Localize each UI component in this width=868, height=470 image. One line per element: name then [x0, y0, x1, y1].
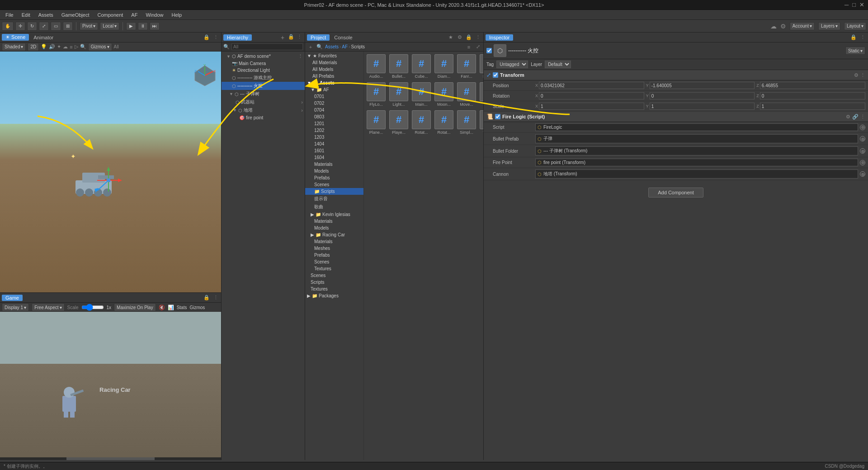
asset-rotat1[interactable]: Rotat... — [411, 109, 432, 136]
af-tishi-folder[interactable]: 提示音 — [305, 195, 363, 203]
folder-1203[interactable]: 1203 — [305, 134, 363, 141]
tool-move[interactable]: ✛ — [15, 22, 25, 31]
packages-folder[interactable]: ▶ 📁 Packages — [305, 292, 363, 299]
hierarchy-more-icon[interactable]: ⋮ — [296, 33, 303, 41]
asset-cube[interactable]: Cube... — [411, 53, 432, 80]
animator-tab[interactable]: Animator — [30, 34, 57, 41]
scene-search-icon[interactable]: 🔍 — [80, 44, 86, 50]
stats-icon[interactable]: 📊 — [168, 305, 174, 310]
af-models-folder[interactable]: Models — [305, 168, 363, 174]
tool-rect[interactable]: ▭ — [51, 22, 61, 31]
hierarchy-search-input[interactable] — [231, 43, 303, 50]
folder-1601[interactable]: 1601 — [305, 147, 363, 154]
asset-audio[interactable]: Audio... — [366, 53, 387, 80]
console-tab[interactable]: Console — [330, 34, 356, 41]
game-tab[interactable]: Game — [2, 295, 23, 301]
project-add-icon[interactable]: + — [307, 43, 314, 51]
game-more-icon[interactable]: ⋮ — [212, 294, 219, 301]
scene-more-icon[interactable]: ⋮ — [212, 34, 219, 41]
folder-1604[interactable]: 1604 — [305, 154, 363, 161]
asset-train[interactable]: Train... — [479, 109, 483, 136]
menu-window[interactable]: Window — [142, 11, 167, 19]
scene-tab[interactable]: ☀ Scene — [2, 34, 29, 41]
asset-move[interactable]: Move... — [456, 81, 477, 108]
shading-dropdown[interactable]: Shaded▾ — [2, 43, 26, 51]
all-models-item[interactable]: All Models — [305, 66, 363, 73]
rotation-z[interactable] — [760, 92, 865, 99]
rotation-x[interactable] — [539, 92, 644, 99]
scale-x[interactable] — [539, 103, 644, 110]
menu-assets[interactable]: Assets — [35, 11, 57, 19]
af-scripts-folder[interactable]: 📁 Scripts — [305, 188, 363, 195]
cannon-value-box[interactable]: ⬡ 地塔 (Transform) — [535, 169, 858, 179]
hierarchy-add-btn[interactable]: + — [278, 33, 287, 42]
fire-logic-settings-icon[interactable]: ⚙ — [846, 114, 850, 120]
inspector-more-icon[interactable]: ⋮ — [859, 34, 866, 41]
menu-file[interactable]: File — [2, 11, 17, 19]
scene-fog-icon[interactable]: ≡ — [70, 44, 72, 50]
hierarchy-game-master[interactable]: ⬡ ---------- 游戏主控 — [222, 74, 305, 82]
root-textures-folder[interactable]: Textures — [305, 286, 363, 292]
asset-simpl[interactable]: Simpl... — [456, 109, 477, 136]
pivot-dropdown[interactable]: Pivot▾ — [80, 22, 98, 30]
root-scenes-folder[interactable]: Scenes — [305, 272, 363, 279]
assets-root[interactable]: ▼ 📁 Assets — [305, 80, 363, 86]
scene-options-icon[interactable]: ⋮ — [298, 53, 303, 59]
tool-rotate[interactable]: ↻ — [27, 22, 37, 31]
rc-scenes[interactable]: Scenes — [305, 258, 363, 265]
project-expand-icon[interactable]: ⤢ — [474, 43, 481, 51]
rotation-y[interactable] — [650, 92, 755, 99]
position-y[interactable] — [650, 82, 755, 89]
cannon-select-dot[interactable]: ◎ — [860, 171, 865, 177]
scene-lighting-icon[interactable]: 💡 — [41, 44, 47, 50]
transform-menu-icon[interactable]: ⋮ — [860, 72, 865, 78]
tag-select[interactable]: Untagged — [496, 61, 528, 68]
af-folder[interactable]: ▼ 📁 AF — [305, 86, 363, 93]
layout-dropdown[interactable]: Layout▾ — [844, 22, 866, 30]
asset-light[interactable]: Light... — [388, 81, 409, 108]
inspector-tab[interactable]: Inspector — [486, 34, 513, 41]
project-lock-icon[interactable]: 🔒 — [465, 34, 472, 41]
all-prefabs-item[interactable]: All Prefabs — [305, 73, 363, 80]
layer-select[interactable]: Default — [545, 61, 571, 68]
scene-sky-icon[interactable]: ☁ — [63, 44, 68, 50]
play-button[interactable]: ▶ — [126, 22, 136, 30]
cloud-icon[interactable]: ⚙ — [780, 23, 786, 30]
asset-musi[interactable]: Musi... — [479, 81, 483, 108]
close-btn[interactable]: ✕ — [859, 1, 864, 8]
asset-main[interactable]: Main... — [411, 81, 432, 108]
bullet-folder-select-dot[interactable]: ◎ — [860, 148, 865, 154]
kevin-models[interactable]: Models — [305, 225, 363, 231]
hierarchy-tower[interactable]: ▼ ⬡ 地塔 › — [222, 106, 305, 114]
tool-scale[interactable]: ⤢ — [39, 22, 49, 31]
favorites-header[interactable]: ▼ ★ Favorites — [305, 52, 363, 59]
breadcrumb-af[interactable]: AF — [342, 44, 348, 49]
stats-label[interactable]: Stats — [177, 305, 187, 310]
asset-moon[interactable]: Moon... — [434, 81, 454, 108]
rc-prefabs[interactable]: Prefabs — [305, 252, 363, 258]
folder-0704[interactable]: 0704 — [305, 107, 363, 113]
af-scenes-folder[interactable]: Scenes — [305, 181, 363, 188]
mute-icon[interactable]: 🔇 — [159, 305, 165, 310]
all-materials-item[interactable]: All Materials — [305, 59, 363, 66]
script-select-dot[interactable]: ◎ — [860, 125, 865, 130]
af-gequ-folder[interactable]: 歌曲 — [305, 203, 363, 211]
project-more-icon[interactable]: ⋮ — [474, 34, 481, 41]
hierarchy-fire-control[interactable]: ⬡ ---------- 火控 — [222, 82, 305, 90]
pause-button[interactable]: ⏸ — [138, 22, 148, 30]
asset-fan[interactable]: Fan!... — [456, 53, 477, 80]
af-prefabs-folder[interactable]: Prefabs — [305, 174, 363, 181]
fire-logic-enabled[interactable] — [495, 114, 500, 119]
add-component-button[interactable]: Add Component — [648, 188, 703, 197]
fire-point-select-dot[interactable]: ◎ — [860, 160, 865, 165]
position-x[interactable] — [539, 82, 644, 89]
folder-0803[interactable]: 0803 — [305, 113, 363, 120]
hierarchy-scene-root[interactable]: ▼ ⬡ AF demo scene* ⋮ — [222, 52, 305, 60]
asset-playe[interactable]: Playe... — [388, 109, 409, 136]
breadcrumb-scripts[interactable]: Scripts — [351, 44, 365, 49]
asset-diam[interactable]: Diam... — [434, 53, 454, 80]
project-toggle-icon[interactable]: ≡ — [465, 43, 472, 51]
project-settings-icon[interactable]: ⚙ — [456, 34, 463, 41]
collab-icon[interactable]: ☁ — [770, 23, 777, 30]
object-name[interactable]: ---------- 火控 — [508, 47, 844, 55]
